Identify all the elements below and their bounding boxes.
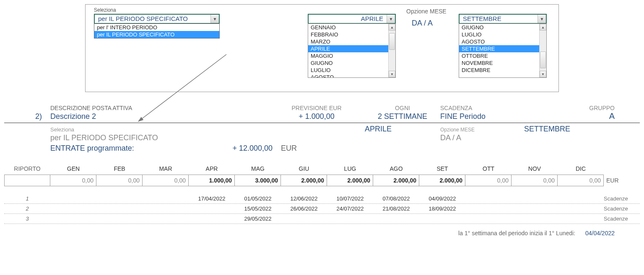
date-cell — [281, 216, 327, 222]
header-gruppo: GRUPPO — [524, 105, 640, 111]
da-a-label: DA / A — [412, 19, 433, 28]
period-selector-group: Seleziona per IL PERIODO SPECIFICATO ▼ p… — [94, 7, 220, 39]
date-cell — [96, 195, 143, 202]
month-to-opt-3[interactable]: SETTEMBRE — [459, 45, 539, 52]
scroll-up-icon[interactable]: ▲ — [389, 24, 395, 31]
month-from-list[interactable]: GENNAIO FEBBRAIO MARZO APRILE MAGGIO GIU… — [308, 23, 396, 78]
month-hdr-4: MAG — [235, 165, 281, 175]
date-cell — [143, 206, 189, 212]
entry-desc: Descrizione 2 — [50, 112, 268, 121]
date-row: 215/05/202226/06/202224/07/202221/08/202… — [4, 204, 640, 214]
month-to-opt-2[interactable]: AGOSTO — [459, 38, 539, 45]
month-hdr-11: DIC — [558, 165, 604, 175]
entry-ogni: 2 SETTIMANE — [365, 112, 440, 121]
month-from-opt-4[interactable]: MAGGIO — [308, 52, 388, 59]
period-option-1[interactable]: per IL PERIODO SPECIFICATO — [94, 31, 219, 38]
date-row-label: Scadenze — [604, 195, 637, 202]
month-val-1: 0,00 — [96, 175, 143, 186]
entry-prev: + 1.000,00 — [268, 112, 365, 121]
date-cell — [465, 195, 512, 202]
month-from-scrollbar[interactable]: ▲ ▼ — [388, 24, 395, 77]
month-val-7: 2.000,00 — [373, 175, 419, 186]
opzione-mese-label: Opzione MESE — [406, 8, 447, 15]
month-from-opt-7[interactable]: AGOSTO — [308, 74, 388, 77]
date-cell — [558, 216, 604, 222]
month-from-opt-6[interactable]: LUGLIO — [308, 67, 388, 74]
month-hdr-6: LUG — [327, 165, 373, 175]
date-cell: 21/08/2022 — [373, 206, 419, 212]
date-cell — [50, 206, 96, 212]
date-cell — [50, 195, 96, 202]
date-cell: 10/07/2022 — [327, 195, 373, 202]
month-hdr-2: MAR — [143, 165, 189, 175]
riporto-header: RIPORTO — [4, 165, 50, 175]
entry-values: 2) Descrizione 2 + 1.000,00 2 SETTIMANE … — [4, 111, 640, 123]
scroll-down-icon[interactable]: ▼ — [389, 71, 395, 77]
entry-period-text: per IL PERIODO SPECIFICATO — [50, 134, 268, 142]
month-hdr-0: GEN — [50, 165, 96, 175]
date-cell: 07/08/2022 — [373, 195, 419, 202]
date-cell — [373, 216, 419, 222]
date-cell — [465, 206, 512, 212]
date-cell — [558, 206, 604, 212]
entry-month-to: SETTEMBRE — [524, 125, 640, 134]
month-hdr-3: APR — [189, 165, 235, 175]
date-cell: 18/09/2022 — [419, 206, 465, 212]
entry-headers: DESCRIZIONE POSTA ATTIVA PREVISIONE EUR … — [4, 105, 640, 111]
date-cell — [50, 216, 96, 222]
period-combo-button[interactable]: ▼ — [210, 15, 219, 23]
month-from-combo[interactable]: APRILE ▼ — [308, 14, 396, 24]
month-from-button[interactable]: ▼ — [387, 15, 395, 23]
month-to-opt-6[interactable]: DICEMBRE — [459, 67, 539, 74]
date-cell: 29/05/2022 — [235, 216, 281, 222]
date-cell: 15/05/2022 — [235, 206, 281, 212]
entry-block: DESCRIZIONE POSTA ATTIVA PREVISIONE EUR … — [4, 105, 640, 153]
header-ogni: OGNI — [365, 105, 440, 111]
date-row: 117/04/202201/05/202212/06/202210/07/202… — [4, 194, 640, 204]
period-option-0[interactable]: per l' INTERO PERIODO — [94, 24, 219, 31]
month-to-button[interactable]: ▼ — [538, 15, 546, 23]
month-from-opt-1[interactable]: FEBBRAIO — [308, 31, 388, 38]
date-cell — [189, 206, 235, 212]
month-hdr-7: AGO — [373, 165, 419, 175]
date-cell: 17/04/2022 — [189, 195, 235, 202]
entrate-value: + 12.000,00 — [205, 144, 273, 153]
month-val-5: 2.000,00 — [281, 175, 327, 186]
period-combo[interactable]: per IL PERIODO SPECIFICATO ▼ — [94, 14, 220, 24]
month-from-opt-0[interactable]: GENNAIO — [308, 24, 388, 31]
date-cell — [96, 216, 143, 222]
month-hdr-10: NOV — [512, 165, 558, 175]
entry-opzione-mese: Opzione MESE — [440, 127, 524, 133]
month-val-0: 0,00 — [50, 175, 96, 186]
entry-index: 2) — [4, 112, 50, 121]
scroll-thumb[interactable] — [540, 51, 546, 68]
entry-scad: FINE Periodo — [440, 112, 524, 121]
entrate-label: ENTRATE programmate: — [50, 144, 205, 153]
months-grid: RIPORTO GEN FEB MAR APR MAG GIU LUG AGO … — [4, 165, 640, 224]
scroll-up-icon[interactable]: ▲ — [540, 24, 546, 31]
date-cell: 04/09/2022 — [419, 195, 465, 202]
month-from-opt-3[interactable]: APRILE — [308, 45, 388, 52]
month-val-9: 0,00 — [465, 175, 512, 186]
date-rows: 117/04/202201/05/202212/06/202210/07/202… — [4, 194, 640, 224]
date-row-label: Scadenze — [604, 206, 637, 212]
month-to-opt-0[interactable]: GIUGNO — [459, 24, 539, 31]
months-values: 0,000,000,001.000,003.000,002.000,002.00… — [4, 175, 640, 186]
header-desc: DESCRIZIONE POSTA ATTIVA — [50, 105, 268, 111]
month-to-opt-4[interactable]: OTTOBRE — [459, 52, 539, 59]
month-to-list[interactable]: GIUGNO LUGLIO AGOSTO SETTEMBRE OTTOBRE N… — [459, 23, 547, 78]
date-cell — [512, 195, 558, 202]
scroll-thumb[interactable] — [389, 33, 395, 50]
month-from-opt-5[interactable]: GIUGNO — [308, 59, 388, 67]
scroll-down-icon[interactable]: ▼ — [540, 71, 546, 77]
month-val-2: 0,00 — [143, 175, 189, 186]
month-to-opt-1[interactable]: LUGLIO — [459, 31, 539, 38]
month-to-combo[interactable]: SETTEMBRE ▼ — [459, 14, 547, 24]
entry-period-row: Seleziona per IL PERIODO SPECIFICATO APR… — [4, 125, 640, 142]
month-from-opt-2[interactable]: MARZO — [308, 38, 388, 45]
months-header: RIPORTO GEN FEB MAR APR MAG GIU LUG AGO … — [4, 165, 640, 175]
header-prev: PREVISIONE EUR — [268, 105, 365, 111]
period-combo-list[interactable]: per l' INTERO PERIODO per IL PERIODO SPE… — [94, 23, 220, 39]
month-to-opt-5[interactable]: NOVEMBRE — [459, 59, 539, 67]
month-to-scrollbar[interactable]: ▲ ▼ — [539, 24, 546, 77]
